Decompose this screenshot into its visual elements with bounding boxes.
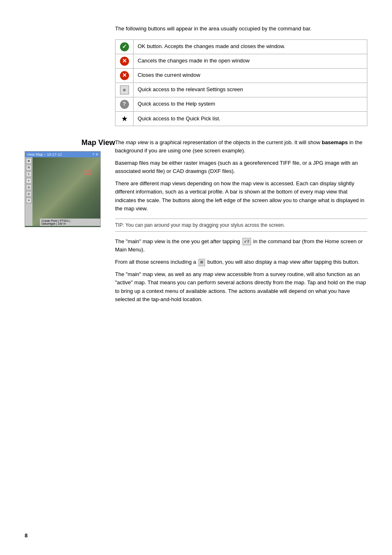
map-titlebar: View Map – 10-17-12 ? ✕ [25, 152, 100, 157]
close-icon: ✕ [120, 71, 129, 80]
table-description-cell: Cancels the changes made in the open win… [134, 54, 367, 68]
table-icon-cell: ⚙ [115, 83, 134, 97]
table-description: Quick access to the Quick Pick list. [138, 115, 221, 122]
table-description: Closes the current window [138, 72, 200, 78]
table-icon-cell: ? [115, 97, 134, 111]
table-description-cell: Quick access to the Quick Pick list. [134, 111, 367, 126]
table-description-cell: Quick access to the Help system [134, 97, 367, 111]
table-description: Quick access to the relevant Settings sc… [138, 86, 243, 92]
map-view-heading: Map View [25, 138, 115, 147]
map-paragraph-3: There are different map views depending … [115, 180, 367, 213]
table-row: ★ Quick access to the Quick Pick list. [115, 111, 367, 126]
map-title: View Map – 10-17-12 [27, 152, 62, 157]
table-description: OK button. Accepts the changes made and … [138, 43, 285, 49]
table-row: ✕ Closes the current window [115, 68, 367, 83]
main-map-icon: ↙2 [242, 238, 251, 245]
page-number: 8 [25, 532, 28, 539]
map-toolbar: ⊕ N 1 ⌖ ◎ ◎ ≡ [25, 157, 32, 226]
buttons-table: ✓ OK button. Accepts the changes made an… [115, 39, 367, 126]
table-icon-cell: ✕ [115, 54, 134, 68]
map-tool-btn: ≡ [26, 198, 32, 203]
map-paragraph-6: The "main" map view, as well as any map … [115, 270, 367, 304]
table-row: ✓ OK button. Accepts the changes made an… [115, 39, 367, 54]
map-tool-btn: 1 [26, 171, 32, 177]
tip-box: TIP: You can pan around your map by drag… [115, 219, 367, 232]
page: The following buttons will appear in the… [0, 0, 392, 555]
settings-icon: ⚙ [120, 85, 129, 94]
map-overlay: PTS01CG051 [83, 170, 92, 175]
table-description-cell: OK button. Accepts the changes made and … [134, 39, 367, 54]
map-paragraph-2: Basemap files may be either raster image… [115, 159, 367, 175]
table-icon-cell: ✕ [115, 68, 134, 83]
map-tool-btn: ⊕ [26, 158, 32, 164]
intro-text: The following buttons will appear in the… [115, 25, 367, 33]
intro-section: The following buttons will appear in the… [115, 25, 367, 126]
map-bottom-bar: Create Point | PTS01 | Datumtype | 100 m [40, 219, 100, 226]
table-row: ? Quick access to the Help system [115, 97, 367, 111]
tip-text: TIP: You can pan around your map by drag… [115, 222, 285, 228]
map-tool-btn: N [26, 165, 32, 170]
map-paragraph-1: The map view is a graphical representati… [115, 138, 367, 155]
table-icon-cell: ✓ [115, 39, 134, 54]
table-row: ✕ Cancels the changes made in the open w… [115, 54, 367, 68]
map-view-body: The map view is a graphical representati… [115, 138, 367, 308]
map-tool-btn: ◎ [26, 184, 32, 190]
map-button-icon: ⊞ [198, 259, 205, 266]
map-tool-btn: ⌖ [26, 178, 32, 184]
map-image-area: PTS01CG051 Create Point | PTS01 | Datumt… [32, 157, 100, 226]
map-view-section: Map View View Map – 10-17-12 ? ✕ ⊕ N 1 ⌖… [25, 138, 367, 308]
table-description: Cancels the changes made in the open win… [138, 58, 249, 64]
table-icon-cell: ★ [115, 111, 134, 126]
table-row: ⚙ Quick access to the relevant Settings … [115, 83, 367, 97]
map-paragraph-5: From all those screens including a ⊞ but… [115, 258, 367, 266]
map-screenshot: View Map – 10-17-12 ? ✕ ⊕ N 1 ⌖ ◎ ◎ ≡ PT… [25, 151, 101, 227]
map-body: ⊕ N 1 ⌖ ◎ ◎ ≡ PTS01CG051 Create Point | … [25, 157, 100, 226]
map-titlebar-icons: ? ✕ [92, 152, 99, 157]
table-description-cell: Closes the current window [134, 68, 367, 83]
map-view-left: Map View View Map – 10-17-12 ? ✕ ⊕ N 1 ⌖… [25, 138, 115, 308]
map-paragraph-4: The "main" map view is the one you get a… [115, 237, 367, 254]
map-tool-btn: ◎ [26, 191, 32, 197]
table-description-cell: Quick access to the relevant Settings sc… [134, 83, 367, 97]
quickpick-icon: ★ [120, 114, 129, 123]
table-description: Quick access to the Help system [138, 101, 215, 107]
help-icon: ? [120, 100, 129, 109]
cancel-icon: ✕ [120, 57, 129, 66]
ok-icon: ✓ [120, 42, 129, 51]
